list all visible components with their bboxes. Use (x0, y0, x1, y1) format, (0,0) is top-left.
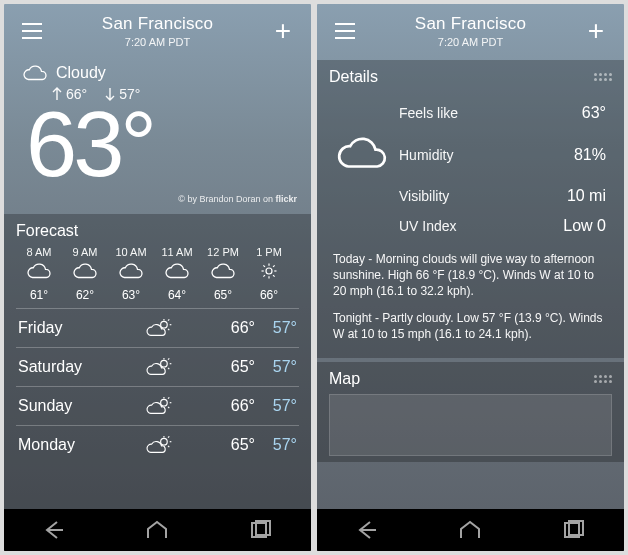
partly-icon (145, 318, 173, 338)
weather-screen-details: San Francisco 7:20 AM PDT + Details Feel… (317, 4, 624, 551)
location-header[interactable]: San Francisco 7:20 AM PDT (46, 14, 269, 48)
hamburger-icon (335, 23, 355, 39)
daily-row[interactable]: Saturday65°57° (16, 347, 299, 386)
plus-icon: + (275, 17, 291, 45)
low-temp: 57° (105, 86, 140, 102)
daily-row[interactable]: Monday65°57° (16, 425, 299, 464)
hamburger-icon (22, 23, 42, 39)
partly-icon (145, 396, 173, 416)
detail-row: UV IndexLow 0 (333, 211, 608, 241)
forecast-today-text: Today - Morning clouds will give way to … (329, 251, 612, 310)
back-button[interactable] (356, 520, 380, 540)
home-button[interactable] (458, 520, 482, 540)
drag-handle-icon[interactable] (594, 375, 612, 383)
add-location-button[interactable]: + (582, 17, 610, 45)
detail-row: Humidity81% (333, 128, 608, 181)
recent-button[interactable] (561, 520, 585, 540)
topbar: San Francisco 7:20 AM PDT + (317, 4, 624, 50)
map-panel: Map (317, 362, 624, 462)
map-placeholder[interactable] (329, 394, 612, 456)
android-navbar (317, 509, 624, 551)
high-temp: 66° (52, 86, 87, 102)
hourly-item: 12 PM65° (200, 246, 246, 302)
local-time: 7:20 AM PDT (359, 36, 582, 48)
local-time: 7:20 AM PDT (46, 36, 269, 48)
plus-icon: + (588, 17, 604, 45)
menu-button[interactable] (18, 17, 46, 45)
cloud-icon (335, 134, 389, 172)
forecast-title: Forecast (16, 222, 78, 240)
hourly-item: 9 AM62° (62, 246, 108, 302)
details-panel: Details Feels like63°Humidity81%Visibili… (317, 60, 624, 358)
cloud-icon (72, 262, 98, 280)
cloud-icon (118, 262, 144, 280)
location-header[interactable]: San Francisco 7:20 AM PDT (359, 14, 582, 48)
forecast-tonight-text: Tonight - Partly cloudy. Low 57 °F (13.9… (329, 310, 612, 352)
daily-forecast[interactable]: Friday66°57°Saturday65°57°Sunday66°57°Mo… (16, 308, 299, 464)
hourly-item: 8 AM61° (16, 246, 62, 302)
hourly-item: 26 (292, 246, 299, 302)
details-title: Details (329, 68, 378, 86)
weather-screen-main: San Francisco 7:20 AM PDT + Cloudy 66° 5… (4, 4, 311, 551)
current-conditions: Cloudy 66° 57° 63° (4, 50, 311, 190)
hourly-item: 11 AM64° (154, 246, 200, 302)
current-temp: 63° (26, 98, 293, 190)
partly-icon (145, 435, 173, 455)
cloud-icon (164, 262, 190, 280)
location-name: San Francisco (46, 14, 269, 34)
location-name: San Francisco (359, 14, 582, 34)
cloud-icon (26, 262, 52, 280)
hourly-forecast[interactable]: 8 AM61°9 AM62°10 AM63°11 AM64°12 PM65°1 … (16, 246, 299, 302)
condition-text: Cloudy (56, 64, 106, 82)
menu-button[interactable] (331, 17, 359, 45)
detail-row: Visibility10 mi (333, 181, 608, 211)
daily-row[interactable]: Friday66°57° (16, 308, 299, 347)
partly-icon (145, 357, 173, 377)
cloud-icon (210, 262, 236, 280)
add-location-button[interactable]: + (269, 17, 297, 45)
home-button[interactable] (145, 520, 169, 540)
photo-credit[interactable]: © by Brandon Doran on flickr (4, 190, 311, 210)
android-navbar (4, 509, 311, 551)
sun-icon (256, 262, 282, 280)
back-button[interactable] (43, 520, 67, 540)
drag-handle-icon[interactable] (594, 73, 612, 81)
condition-icon (22, 64, 48, 82)
hourly-item: 10 AM63° (108, 246, 154, 302)
daily-row[interactable]: Sunday66°57° (16, 386, 299, 425)
detail-row: Feels like63° (333, 98, 608, 128)
recent-button[interactable] (248, 520, 272, 540)
map-title: Map (329, 370, 360, 388)
forecast-panel: Forecast 8 AM61°9 AM62°10 AM63°11 AM64°1… (4, 214, 311, 509)
hourly-item: 1 PM66° (246, 246, 292, 302)
topbar: San Francisco 7:20 AM PDT + (4, 4, 311, 50)
